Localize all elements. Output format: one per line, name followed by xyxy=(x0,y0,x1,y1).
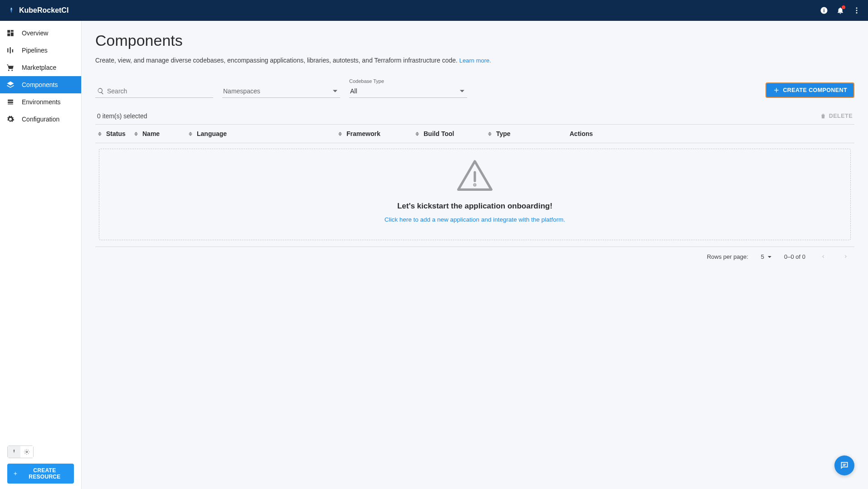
main-content: Components Create, view, and manage dive… xyxy=(82,0,868,489)
svg-point-16 xyxy=(26,451,28,453)
brand: KubeRocketCI xyxy=(7,6,68,15)
col-name[interactable]: Name xyxy=(134,130,189,137)
sidebar-item-overview[interactable]: Overview xyxy=(0,24,81,42)
sidebar-item-pipelines[interactable]: Pipelines xyxy=(0,42,81,59)
sidebar: Overview Pipelines Marketplace Component… xyxy=(0,0,82,489)
sidebar-item-label: Components xyxy=(22,81,58,88)
sidebar-item-label: Environments xyxy=(22,98,61,106)
create-component-button[interactable]: CREATE COMPONENT xyxy=(766,82,854,98)
svg-text:i: i xyxy=(824,8,825,13)
trash-icon xyxy=(820,113,826,119)
namespaces-select[interactable]: Namespaces xyxy=(222,85,340,98)
next-page-button[interactable] xyxy=(841,253,851,260)
search-icon xyxy=(97,87,104,95)
sort-icon xyxy=(98,132,102,136)
layers-icon xyxy=(6,81,15,89)
svg-point-3 xyxy=(856,7,858,9)
namespaces-value: Namespaces xyxy=(222,85,340,98)
sort-icon xyxy=(415,132,419,136)
learn-more-link[interactable]: Learn more. xyxy=(459,57,491,64)
brand-name: KubeRocketCI xyxy=(19,6,68,15)
sidebar-nav: Overview Pipelines Marketplace Component… xyxy=(0,21,81,440)
empty-title: Let's kickstart the application onboardi… xyxy=(108,202,841,211)
notification-dot xyxy=(842,5,845,9)
header-actions: i xyxy=(820,6,861,15)
svg-rect-10 xyxy=(7,48,8,53)
gear-outline-icon xyxy=(24,449,30,455)
app-header: KubeRocketCI i xyxy=(0,0,868,21)
sidebar-item-label: Pipelines xyxy=(22,47,48,54)
theme-toggle xyxy=(7,445,34,458)
stack-icon xyxy=(6,98,15,106)
bell-icon[interactable] xyxy=(836,6,844,15)
page-description: Create, view, and manage diverse codebas… xyxy=(95,57,854,64)
table-header: Status Name Language Framework Build Too… xyxy=(95,124,854,143)
chat-icon xyxy=(840,461,849,470)
sidebar-item-marketplace[interactable]: Marketplace xyxy=(0,59,81,76)
chat-fab[interactable] xyxy=(834,455,854,475)
theme-dark-button[interactable] xyxy=(20,446,33,458)
codebase-type-value: All xyxy=(349,85,467,98)
selection-bar: 0 item(s) selected DELETE xyxy=(95,108,854,124)
dashboard-icon xyxy=(6,29,15,37)
delete-button[interactable]: DELETE xyxy=(820,113,853,119)
col-type[interactable]: Type xyxy=(488,130,570,137)
svg-rect-7 xyxy=(11,30,14,32)
plus-icon xyxy=(13,470,18,477)
col-actions: Actions xyxy=(570,130,852,137)
col-build-tool[interactable]: Build Tool xyxy=(415,130,488,137)
rocket-icon xyxy=(7,6,15,15)
sort-icon xyxy=(134,132,138,136)
empty-cta-link[interactable]: Click here to add a new application and … xyxy=(385,216,565,223)
pagination: Rows per page: 5 0–0 of 0 xyxy=(95,247,854,266)
sidebar-item-label: Marketplace xyxy=(22,64,56,71)
sidebar-item-environments[interactable]: Environments xyxy=(0,93,81,111)
col-status[interactable]: Status xyxy=(98,130,134,137)
theme-light-button[interactable] xyxy=(8,446,20,458)
selection-count: 0 item(s) selected xyxy=(97,112,147,120)
warning-triangle-icon xyxy=(455,158,495,194)
svg-rect-8 xyxy=(11,33,14,36)
codebase-type-select[interactable]: Codebase Type All xyxy=(349,78,467,98)
rocket-icon xyxy=(11,449,17,455)
page-title: Components xyxy=(95,32,854,49)
search-field xyxy=(95,85,213,98)
svg-rect-14 xyxy=(8,102,13,103)
cart-icon xyxy=(6,63,15,72)
rows-per-page-select[interactable]: 5 xyxy=(761,253,771,260)
filter-row: Namespaces Codebase Type All CREATE COMP… xyxy=(95,78,854,98)
sidebar-footer: CREATE RESOURCE xyxy=(0,440,81,489)
svg-rect-15 xyxy=(8,104,13,105)
sidebar-item-label: Overview xyxy=(22,29,48,37)
chevron-right-icon xyxy=(844,254,848,259)
svg-rect-6 xyxy=(7,30,10,33)
pipelines-icon xyxy=(6,46,15,54)
create-resource-button[interactable]: CREATE RESOURCE xyxy=(7,464,74,484)
col-framework[interactable]: Framework xyxy=(338,130,415,137)
info-icon[interactable]: i xyxy=(820,6,828,15)
chevron-left-icon xyxy=(821,254,825,259)
col-language[interactable]: Language xyxy=(189,130,338,137)
create-component-label: CREATE COMPONENT xyxy=(783,87,847,93)
sidebar-item-label: Configuration xyxy=(22,116,59,123)
svg-point-18 xyxy=(474,184,475,185)
search-input[interactable] xyxy=(95,85,213,98)
svg-point-0 xyxy=(11,8,12,9)
gear-icon xyxy=(6,115,15,123)
prev-page-button[interactable] xyxy=(818,253,828,260)
svg-point-4 xyxy=(856,10,858,11)
sort-icon xyxy=(338,132,342,136)
sort-icon xyxy=(189,132,192,136)
svg-rect-12 xyxy=(12,49,13,53)
sort-icon xyxy=(488,132,492,136)
codebase-type-label: Codebase Type xyxy=(349,78,467,84)
rows-per-page-label: Rows per page: xyxy=(707,253,748,260)
sidebar-item-components[interactable]: Components xyxy=(0,76,81,93)
svg-point-5 xyxy=(856,12,858,14)
pagination-range: 0–0 of 0 xyxy=(784,253,805,260)
create-resource-label: CREATE RESOURCE xyxy=(21,467,68,480)
plus-icon xyxy=(773,87,780,94)
svg-rect-9 xyxy=(7,34,10,36)
sidebar-item-configuration[interactable]: Configuration xyxy=(0,111,81,128)
kebab-menu-icon[interactable] xyxy=(853,6,861,15)
